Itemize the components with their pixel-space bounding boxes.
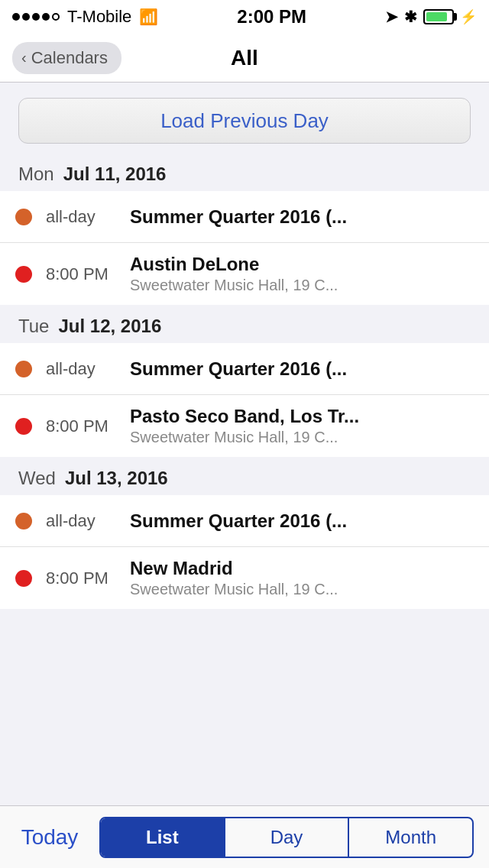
event-time-1-0: all-day [46, 359, 130, 379]
load-previous-day-button[interactable]: Load Previous Day [18, 98, 471, 144]
event-info-1-1: Pasto Seco Band, Los Tr... Sweetwater Mu… [130, 406, 474, 446]
event-dot-1-1 [15, 418, 32, 435]
bluetooth-icon: ✱ [404, 8, 417, 26]
status-time: 2:00 PM [237, 6, 306, 28]
nav-bar: ‹ Calendars All [0, 34, 489, 83]
carrier-label: T-Mobile [67, 7, 131, 27]
wifi-icon: 📶 [139, 8, 158, 26]
event-dot-0-0 [15, 209, 32, 225]
battery-fill [426, 12, 447, 21]
event-dot-1-0 [15, 361, 32, 377]
event-time-1-1: 8:00 PM [46, 416, 130, 436]
signal-dot-2 [22, 13, 30, 21]
scroll-padding [0, 609, 489, 624]
event-time-2-1: 8:00 PM [46, 568, 130, 588]
date-day-1: Tue [18, 316, 49, 337]
location-icon: ➤ [385, 8, 398, 26]
event-title-1-1: Pasto Seco Band, Los Tr... [130, 406, 474, 427]
event-row-2-0[interactable]: all-day Summer Quarter 2016 (... [0, 495, 489, 547]
battery-indicator [423, 9, 454, 24]
load-prev-section: Load Previous Day [0, 83, 489, 153]
event-row-0-0[interactable]: all-day Summer Quarter 2016 (... [0, 191, 489, 243]
status-left: T-Mobile 📶 [12, 7, 158, 27]
events-section-2: all-day Summer Quarter 2016 (... 8:00 PM… [0, 495, 489, 609]
date-day-2: Wed [18, 468, 56, 489]
back-chevron-icon: ‹ [21, 49, 27, 66]
event-time-0-0: all-day [46, 207, 130, 227]
event-subtitle-2-1: Sweetwater Music Hall, 19 C... [130, 581, 474, 598]
tab-list-label: List [146, 827, 179, 848]
tab-month[interactable]: Month [349, 818, 472, 857]
event-title-1-0: Summer Quarter 2016 (... [130, 358, 474, 380]
event-info-2-0: Summer Quarter 2016 (... [130, 510, 474, 532]
date-full-2: Jul 13, 2016 [65, 468, 168, 489]
event-info-2-1: New Madrid Sweetwater Music Hall, 19 C..… [130, 558, 474, 598]
signal-dot-4 [42, 13, 50, 21]
nav-title: All [231, 46, 258, 70]
date-header-2: Wed Jul 13, 2016 [0, 457, 489, 495]
tab-day[interactable]: Day [225, 818, 350, 857]
events-section-0: all-day Summer Quarter 2016 (... 8:00 PM… [0, 191, 489, 305]
event-title-2-0: Summer Quarter 2016 (... [130, 510, 474, 532]
today-button[interactable]: Today [0, 806, 99, 868]
event-info-1-0: Summer Quarter 2016 (... [130, 358, 474, 380]
calendars-back-button[interactable]: ‹ Calendars [12, 42, 121, 74]
days-container: Mon Jul 11, 2016 all-day Summer Quarter … [0, 153, 489, 609]
date-full-0: Jul 11, 2016 [63, 164, 167, 185]
event-row-1-0[interactable]: all-day Summer Quarter 2016 (... [0, 343, 489, 395]
event-time-0-1: 8:00 PM [46, 264, 130, 284]
event-info-0-0: Summer Quarter 2016 (... [130, 206, 474, 228]
date-full-1: Jul 12, 2016 [58, 316, 161, 337]
signal-dot-5 [52, 13, 60, 21]
event-row-1-1[interactable]: 8:00 PM Pasto Seco Band, Los Tr... Sweet… [0, 395, 489, 457]
tab-list[interactable]: List [101, 818, 225, 857]
charge-icon: ⚡ [460, 8, 477, 25]
date-header-1: Tue Jul 12, 2016 [0, 305, 489, 343]
event-subtitle-0-1: Sweetwater Music Hall, 19 C... [130, 277, 474, 294]
signal-dot-3 [32, 13, 40, 21]
event-row-0-1[interactable]: 8:00 PM Austin DeLone Sweetwater Music H… [0, 243, 489, 305]
tab-bar: Today List Day Month [0, 805, 489, 868]
back-label: Calendars [31, 48, 108, 68]
event-dot-2-1 [15, 570, 32, 587]
date-day-0: Mon [18, 164, 54, 185]
date-header-0: Mon Jul 11, 2016 [0, 153, 489, 191]
event-row-2-1[interactable]: 8:00 PM New Madrid Sweetwater Music Hall… [0, 547, 489, 609]
event-dot-2-0 [15, 513, 32, 530]
event-title-2-1: New Madrid [130, 558, 474, 579]
events-section-1: all-day Summer Quarter 2016 (... 8:00 PM… [0, 343, 489, 457]
tab-month-label: Month [385, 827, 436, 848]
today-label: Today [21, 825, 79, 850]
view-tabs: List Day Month [99, 817, 474, 858]
signal-dots [12, 13, 60, 21]
event-title-0-0: Summer Quarter 2016 (... [130, 206, 474, 228]
event-time-2-0: all-day [46, 511, 130, 531]
status-right: ➤ ✱ ⚡ [385, 8, 477, 26]
event-title-0-1: Austin DeLone [130, 254, 474, 275]
event-info-0-1: Austin DeLone Sweetwater Music Hall, 19 … [130, 254, 474, 294]
event-subtitle-1-1: Sweetwater Music Hall, 19 C... [130, 429, 474, 446]
calendar-content: Load Previous Day Mon Jul 11, 2016 all-d… [0, 83, 489, 805]
status-bar: T-Mobile 📶 2:00 PM ➤ ✱ ⚡ [0, 0, 489, 34]
signal-dot-1 [12, 13, 20, 21]
event-dot-0-1 [15, 266, 32, 283]
tab-day-label: Day [270, 827, 303, 848]
